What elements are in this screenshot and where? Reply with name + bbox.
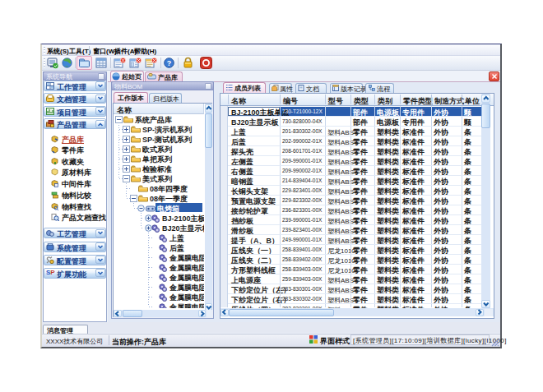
svg-text:?: ? (167, 59, 172, 67)
